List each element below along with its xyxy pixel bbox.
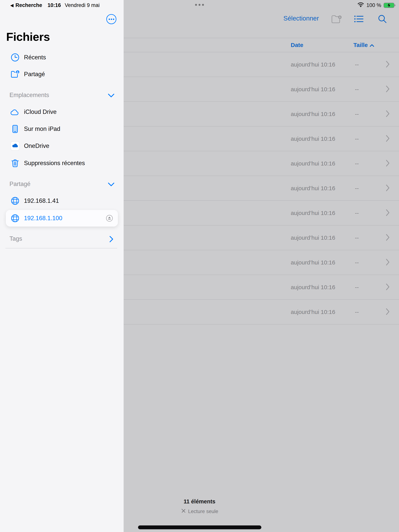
read-only-label: Lecture seule bbox=[188, 508, 218, 514]
sidebar-item-onedrive[interactable]: OneDrive bbox=[10, 140, 49, 152]
sidebar-item-label: Récents bbox=[24, 54, 46, 61]
row-date: aujourd’hui 10:16 bbox=[291, 259, 335, 266]
file-row[interactable]: aujourd’hui 10:16 -- bbox=[124, 201, 399, 225]
section-header-tags[interactable]: Tags bbox=[9, 235, 22, 242]
multitasking-dots-icon[interactable] bbox=[195, 4, 204, 6]
file-row[interactable]: aujourd’hui 10:16 -- bbox=[124, 275, 399, 300]
sort-ascending-icon bbox=[370, 42, 374, 48]
chevron-right-icon bbox=[386, 184, 390, 192]
file-row[interactable]: aujourd’hui 10:16 -- bbox=[124, 52, 399, 77]
read-only-status: Lecture seule bbox=[181, 508, 218, 515]
chevron-right-icon bbox=[386, 259, 390, 266]
search-icon[interactable] bbox=[377, 13, 388, 24]
status-bar-right: 100 % bbox=[357, 2, 394, 8]
row-date: aujourd’hui 10:16 bbox=[291, 86, 335, 93]
row-size: -- bbox=[355, 259, 359, 266]
more-options-icon[interactable] bbox=[106, 14, 116, 24]
globe-icon bbox=[10, 196, 20, 205]
file-row[interactable]: aujourd’hui 10:16 -- bbox=[124, 127, 399, 151]
sidebar-item-shared[interactable]: Partagé bbox=[10, 68, 45, 80]
app-title: Fichiers bbox=[6, 30, 50, 44]
onedrive-icon bbox=[10, 141, 20, 151]
column-header-size-label: Taille bbox=[353, 42, 368, 48]
file-row[interactable]: aujourd’hui 10:16 -- bbox=[124, 102, 399, 127]
chevron-right-icon bbox=[386, 85, 390, 93]
file-row[interactable]: aujourd’hui 10:16 -- bbox=[124, 176, 399, 201]
file-browser-pane: 100 % Sélectionner bbox=[124, 0, 399, 532]
row-date: aujourd’hui 10:16 bbox=[291, 309, 335, 315]
list-view-icon[interactable] bbox=[353, 13, 364, 24]
ipad-icon bbox=[10, 124, 20, 133]
row-size: -- bbox=[355, 86, 359, 93]
file-row[interactable]: aujourd’hui 10:16 -- bbox=[124, 151, 399, 176]
sidebar-item-label: Sur mon iPad bbox=[24, 126, 60, 133]
sidebar-item-icloud-drive[interactable]: iCloud Drive bbox=[10, 106, 57, 118]
row-size: -- bbox=[355, 111, 359, 117]
chevron-down-icon[interactable] bbox=[108, 93, 115, 99]
shared-folder-icon bbox=[10, 70, 20, 79]
row-date: aujourd’hui 10:16 bbox=[291, 160, 335, 167]
clock-icon bbox=[10, 53, 20, 62]
chevron-right-icon bbox=[386, 110, 390, 118]
sidebar-item-server-100-selected[interactable]: 192.168.1.100 bbox=[6, 210, 118, 227]
row-date: aujourd’hui 10:16 bbox=[291, 61, 335, 68]
file-row[interactable]: aujourd’hui 10:16 -- bbox=[124, 300, 399, 324]
home-indicator[interactable] bbox=[138, 526, 261, 529]
sidebar-item-label: iCloud Drive bbox=[24, 108, 57, 115]
sidebar-item-recents[interactable]: Récents bbox=[10, 51, 46, 63]
sidebar: ◀ Recherche 10:16 Vendredi 9 mai Fichier… bbox=[0, 0, 124, 532]
row-size: -- bbox=[355, 210, 359, 216]
file-row[interactable]: aujourd’hui 10:16 -- bbox=[124, 77, 399, 102]
file-row[interactable]: aujourd’hui 10:16 -- bbox=[124, 225, 399, 250]
file-row[interactable]: aujourd’hui 10:16 -- bbox=[124, 250, 399, 275]
chevron-right-icon bbox=[386, 283, 390, 291]
chevron-right-icon bbox=[386, 209, 390, 217]
clock-label: 10:16 bbox=[48, 2, 61, 8]
section-header-locations[interactable]: Emplacements bbox=[9, 92, 49, 99]
row-date: aujourd’hui 10:16 bbox=[291, 111, 335, 117]
chevron-right-icon bbox=[386, 308, 390, 316]
status-bar-left: ◀ Recherche 10:16 Vendredi 9 mai bbox=[10, 2, 100, 8]
row-date: aujourd’hui 10:16 bbox=[291, 234, 335, 241]
date-label: Vendredi 9 mai bbox=[65, 2, 100, 8]
row-date: aujourd’hui 10:16 bbox=[291, 185, 335, 192]
chevron-right-icon bbox=[386, 234, 390, 242]
trash-icon bbox=[10, 158, 20, 168]
row-size: -- bbox=[355, 309, 359, 315]
battery-percent-label: 100 % bbox=[366, 2, 381, 8]
chevron-down-icon[interactable] bbox=[108, 182, 115, 188]
sidebar-item-label: 192.168.1.100 bbox=[24, 215, 62, 222]
section-header-shared[interactable]: Partagé bbox=[9, 181, 31, 188]
row-size: -- bbox=[355, 234, 359, 241]
row-size: -- bbox=[355, 185, 359, 192]
select-button[interactable]: Sélectionner bbox=[283, 15, 319, 22]
row-date: aujourd’hui 10:16 bbox=[291, 210, 335, 216]
back-to-app-label[interactable]: Recherche bbox=[15, 2, 42, 8]
eject-icon[interactable] bbox=[106, 214, 113, 222]
column-header-date[interactable]: Date bbox=[291, 42, 303, 48]
column-header-size[interactable]: Taille bbox=[353, 42, 374, 48]
row-size: -- bbox=[355, 135, 359, 142]
chevron-right-icon bbox=[386, 159, 390, 168]
sidebar-item-on-my-ipad[interactable]: Sur mon iPad bbox=[10, 123, 60, 135]
row-size: -- bbox=[355, 160, 359, 167]
sidebar-item-label: 192.168.1.41 bbox=[24, 197, 59, 204]
new-folder-icon[interactable] bbox=[331, 13, 342, 24]
row-size: -- bbox=[355, 61, 359, 68]
list-column-headers: Date Taille bbox=[124, 38, 399, 52]
sidebar-item-recently-deleted[interactable]: Suppressions récentes bbox=[10, 157, 85, 169]
battery-icon bbox=[384, 3, 394, 8]
chevron-right-icon[interactable] bbox=[109, 235, 114, 244]
sidebar-item-server-41[interactable]: 192.168.1.41 bbox=[10, 195, 59, 207]
sidebar-item-label: OneDrive bbox=[24, 142, 49, 149]
back-to-app-icon[interactable]: ◀ bbox=[10, 3, 13, 8]
wifi-icon bbox=[357, 2, 364, 8]
row-size: -- bbox=[355, 284, 359, 291]
files-app-screen: 100 % Sélectionner bbox=[0, 0, 399, 532]
cloud-icon bbox=[10, 107, 20, 117]
items-count-label: 11 éléments bbox=[184, 498, 215, 505]
chevron-right-icon bbox=[386, 61, 390, 69]
divider bbox=[6, 248, 117, 248]
row-date: aujourd’hui 10:16 bbox=[291, 135, 335, 142]
chevron-right-icon bbox=[386, 135, 390, 143]
